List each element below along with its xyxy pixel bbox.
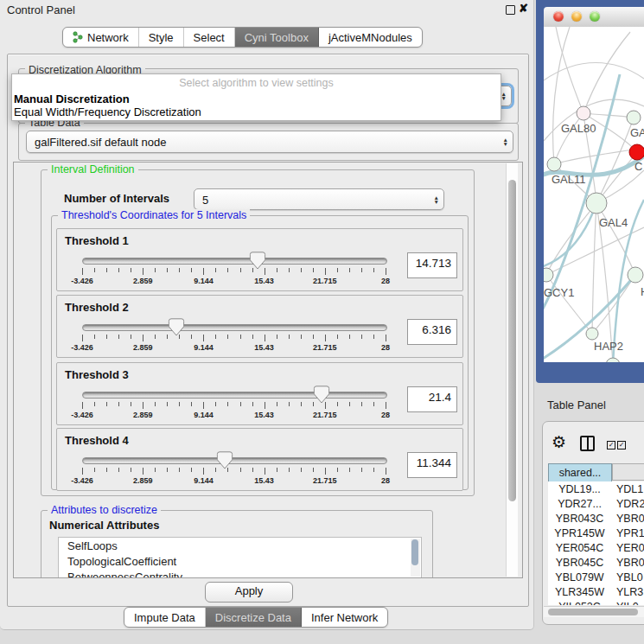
minor-tick [349,268,350,272]
attributes-list-scrollbar[interactable] [411,539,420,577]
column-header-shared-name[interactable]: shared... [548,463,612,482]
network-canvas[interactable]: GAL80GACGAL11GAL4GCY1HHAP2 [544,27,644,362]
table-row[interactable]: YIL052CYIL0 [548,601,644,605]
dropdown-option-equal-width[interactable]: Equal Width/Frequency Discretization [14,105,201,118]
scrollbar-thumb[interactable] [508,180,516,501]
attributes-group-title: Attributes to discretize [48,504,161,516]
close-icon[interactable]: ✘ [519,2,528,15]
minor-tick [94,468,95,472]
cell-shared-name: YBL079W [548,571,611,583]
threshold-value-field[interactable]: 21.4 [407,386,457,412]
checkbox-icon[interactable]: ✓ [617,441,626,450]
numerical-attributes-list[interactable]: SelfLoopsTopologicalCoefficientBetweenne… [58,537,422,578]
tick-label: 9.144 [194,476,214,485]
table-row[interactable]: YDL19...YDL1 [548,483,644,498]
zoom-traffic-light-icon[interactable] [590,11,600,22]
table-data-combobox[interactable]: galFiltered.sif default node ▲▼ [26,131,513,153]
window-title: Control Panel [7,3,75,16]
control-panel-window: Control Panel ✘ NetworkStyleSelectCyni T… [0,0,534,630]
minor-tick [337,335,338,339]
network-node-gal80[interactable] [577,106,590,120]
tab-discretize-data[interactable]: Discretize Data [206,608,302,627]
threshold-value-field[interactable]: 14.713 [407,252,457,278]
network-window-titlebar[interactable] [544,7,644,28]
minor-tick [252,335,253,339]
minimize-traffic-light-icon[interactable] [571,11,582,22]
minor-tick [240,335,241,339]
minor-tick [289,468,290,472]
table-row[interactable]: YPR145WYPR1 [548,527,644,542]
columns-icon[interactable] [580,436,595,451]
table-horizontal-scrollbar[interactable] [544,606,644,617]
number-of-intervals-value: 5 [202,193,208,206]
slider-track[interactable] [82,258,387,265]
slider-thumb[interactable] [216,451,233,469]
threshold-value-field[interactable]: 6.316 [407,319,457,345]
screen: Control Panel ✘ NetworkStyleSelectCyni T… [0,0,644,644]
tab-cyni-toolbox[interactable]: Cyni Toolbox [235,28,319,47]
network-node-hap2[interactable] [586,328,598,340]
table-row[interactable]: YBR045CYBR0 [548,557,644,571]
table-rows: YDL19...YDL1YDR27...YDR2YBR043CYBR0YPR14… [548,481,644,605]
dropdown-option-manual[interactable]: Manual Discretization [14,92,130,105]
network-node-gcy1[interactable] [544,268,553,282]
minor-tick [179,468,180,472]
tab-style[interactable]: Style [139,28,184,47]
number-of-intervals-combobox[interactable]: 5 ▲▼ [194,188,444,210]
combo-stepper-icon: ▲▼ [434,195,439,204]
tab-network[interactable]: Network [63,28,139,47]
major-tick [325,335,326,341]
table-row[interactable]: YDR27...YDR2 [548,498,644,513]
minor-tick [361,468,362,472]
settings-vertical-scrollbar[interactable] [506,163,518,577]
major-tick [82,335,83,341]
table-row[interactable]: YBR043CYBR0 [548,513,644,527]
minor-tick [131,468,131,472]
table-row[interactable]: YLR345WYLR3 [548,586,644,601]
minor-tick [118,402,119,406]
column-header-name[interactable]: n [612,463,644,481]
threshold-value-field[interactable]: 11.344 [407,452,457,478]
minor-tick [240,268,241,272]
slider-thumb[interactable] [249,252,265,270]
cell-name: YBR0 [616,513,644,525]
attribute-list-item[interactable]: SelfLoops [59,538,421,553]
checkbox-icon[interactable]: ✓ [607,441,615,450]
attribute-list-item[interactable]: TopologicalCoefficient [59,553,421,569]
network-node-h[interactable] [628,267,643,283]
minor-tick [289,335,290,339]
table-data-group: Table Data galFiltered.sif default node … [18,123,519,161]
network-node-c[interactable] [629,144,644,160]
network-node-ga[interactable] [627,111,641,124]
minor-tick [191,468,192,472]
slider-thumb[interactable] [168,318,184,336]
slider-track[interactable] [82,324,387,331]
control-panel-titlebar[interactable]: Control Panel ✘ [0,0,533,19]
node-label: HAP2 [594,340,623,353]
network-node[interactable] [606,358,620,362]
slider-track[interactable] [82,457,387,464]
network-node-gal4[interactable] [586,193,607,214]
slider-thumb[interactable] [314,386,330,404]
major-tick [143,402,143,409]
gear-icon[interactable]: ⚙ [552,432,566,452]
network-node-gal11[interactable] [547,157,561,171]
tab-jactivemnodules[interactable]: jActiveMNodules [319,28,422,47]
tick-label: 15.43 [254,476,274,485]
table-row[interactable]: YBL079WYBL0 [548,571,644,586]
major-tick [143,335,143,341]
table-row[interactable]: YER054CYER0 [548,542,644,557]
close-traffic-light-icon[interactable] [553,11,564,22]
numerical-attributes-label: Numerical Attributes [49,519,159,532]
slider-track[interactable] [82,392,387,399]
apply-button[interactable]: Apply [205,582,293,603]
tab-select[interactable]: Select [184,28,235,47]
tab-impute-data[interactable]: Impute Data [124,608,206,627]
float-window-icon[interactable] [506,5,515,15]
attribute-list-item[interactable]: BetweennessCentrality [59,569,421,578]
combo-stepper-icon: ▲▼ [501,92,507,100]
tab-infer-network[interactable]: Infer Network [302,608,387,627]
major-tick [143,468,143,475]
tick-label: 15.43 [254,411,274,419]
tick-label: -3.426 [71,277,93,285]
